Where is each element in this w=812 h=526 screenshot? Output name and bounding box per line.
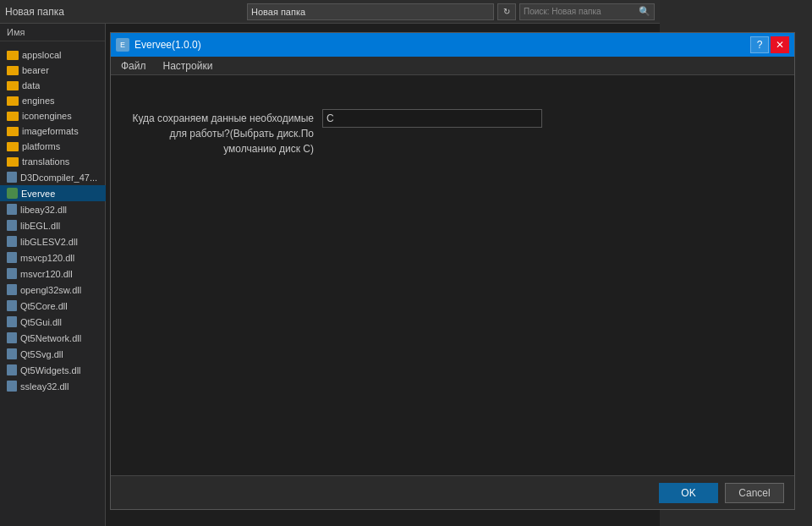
folder-icon: [7, 112, 19, 121]
sidebar-item-label: ssleay32.dll: [20, 381, 69, 392]
file-icon: [7, 252, 17, 263]
sidebar-item-label: Qt5Gui.dll: [20, 317, 62, 327]
sidebar-item-label: data: [22, 80, 40, 90]
sidebar-item-label: translations: [22, 156, 69, 167]
dialog-title-left: E Evervee(1.0.0): [116, 38, 201, 52]
sidebar-item-libEGL-dll[interactable]: libEGL.dll: [0, 217, 106, 233]
sidebar-column-header: Имя: [0, 24, 105, 41]
file-icon: [7, 268, 17, 279]
dialog-menubar: Файл Настройки: [111, 57, 794, 75]
dialog-footer: OK Cancel: [111, 475, 794, 509]
file-icon: [7, 348, 17, 359]
sidebar-item-Qt5Core-dll[interactable]: Qt5Core.dll: [0, 298, 106, 314]
sidebar-item-engines[interactable]: engines: [0, 93, 106, 108]
dialog-titlebar: E Evervee(1.0.0) ? ✕: [111, 33, 794, 57]
cancel-button[interactable]: Cancel: [725, 483, 784, 503]
sidebar-item-libeay32-dll[interactable]: libeay32.dll: [0, 201, 106, 217]
sidebar-item-translations[interactable]: translations: [0, 154, 106, 169]
sidebar-item-msvcr120-dll[interactable]: msvcr120.dll: [0, 266, 106, 282]
sidebar-item-label: Evervee: [21, 189, 55, 199]
folder-icon: [7, 81, 19, 90]
sidebar-item-iconengines[interactable]: iconengines: [0, 108, 106, 123]
sidebar-item-data[interactable]: data: [0, 78, 106, 93]
dialog-app-icon: E: [116, 38, 129, 52]
file-icon: [7, 300, 17, 311]
sidebar-item-label: imageformats: [22, 126, 79, 136]
address-bar[interactable]: Новая папка: [247, 3, 494, 20]
file-icon: [7, 204, 17, 215]
sidebar-item-label: msvcr120.dll: [20, 269, 73, 279]
sidebar-item-label: Qt5Core.dll: [20, 301, 68, 311]
sidebar-item-Evervee[interactable]: Evervee: [0, 185, 106, 201]
sidebar-item-Qt5Gui-dll[interactable]: Qt5Gui.dll: [0, 314, 106, 330]
search-bar[interactable]: Поиск: Новая папка 🔍: [519, 3, 655, 20]
dialog-title-buttons: ? ✕: [750, 36, 789, 53]
sidebar-item-D3Dcompiler-47---[interactable]: D3Dcompiler_47...: [0, 169, 106, 185]
file-icon: [7, 172, 17, 183]
sidebar-item-label: appslocal: [22, 50, 61, 60]
menu-file[interactable]: Файл: [118, 58, 150, 74]
folder-icon: [7, 66, 19, 75]
file-icon: [7, 381, 17, 392]
sidebar-item-label: Qt5Network.dll: [20, 333, 81, 343]
sidebar-item-imageformats[interactable]: imageformats: [0, 123, 106, 139]
file-icon: [7, 284, 17, 295]
dialog-input[interactable]: C: [322, 109, 542, 128]
help-button[interactable]: ?: [750, 36, 769, 53]
sidebar-item-libGLESV2-dll[interactable]: libGLESV2.dll: [0, 233, 106, 249]
file-icon: [7, 364, 17, 375]
file-icon: [7, 220, 17, 231]
menu-settings[interactable]: Настройки: [160, 58, 217, 74]
ok-button[interactable]: OK: [659, 483, 718, 503]
address-text: Новая папка: [251, 7, 305, 17]
search-icon: 🔍: [639, 6, 650, 17]
sidebar-item-opengl32sw-dll[interactable]: opengl32sw.dll: [0, 282, 106, 298]
close-button[interactable]: ✕: [771, 36, 789, 53]
sidebar-item-label: bearer: [22, 65, 49, 75]
file-icon: [7, 332, 17, 343]
sidebar-item-label: D3Dcompiler_47...: [20, 173, 97, 183]
sidebar-item-label: opengl32sw.dll: [20, 285, 81, 295]
sidebar-item-label: libGLESV2.dll: [20, 237, 78, 247]
folder-icon: [7, 157, 19, 167]
sidebar-item-Qt5Network-dll[interactable]: Qt5Network.dll: [0, 330, 106, 346]
sidebar-item-ssleay32-dll[interactable]: ssleay32.dll: [0, 378, 106, 394]
sidebar-item-label: Qt5Widgets.dll: [20, 365, 81, 375]
folder-icon: [7, 142, 19, 151]
sidebar-item-label: engines: [22, 96, 55, 106]
dialog-content: Куда сохраняем данные необходимые для ра…: [111, 75, 794, 475]
sidebar-item-appslocal[interactable]: appslocal: [0, 47, 106, 63]
folder-icon: [7, 51, 19, 60]
folder-icon: [7, 96, 19, 106]
refresh-btn[interactable]: ↻: [497, 3, 516, 20]
sidebar-item-platforms[interactable]: platforms: [0, 139, 106, 154]
sidebar-item-label: Qt5Svg.dll: [20, 349, 63, 359]
folder-icon: [7, 127, 19, 136]
sidebar-item-Qt5Widgets-dll[interactable]: Qt5Widgets.dll: [0, 362, 106, 378]
sidebar-item-label: platforms: [22, 141, 60, 151]
dialog-title: Evervee(1.0.0): [134, 39, 201, 51]
dialog-label: Куда сохраняем данные необходимые для ра…: [128, 109, 314, 156]
file-icon: [7, 236, 17, 247]
input-value: C: [326, 112, 334, 124]
sidebar-item-label: iconengines: [22, 111, 72, 121]
dialog-window: E Evervee(1.0.0) ? ✕ Файл Настройки Куда…: [110, 32, 795, 510]
sidebar-item-bearer[interactable]: bearer: [0, 63, 106, 78]
file-icon: [7, 316, 17, 327]
sidebar-item-label: msvcp120.dll: [20, 253, 74, 263]
explorer-topbar: Новая папка Новая папка ↻ Поиск: Новая п…: [0, 0, 660, 24]
explorer-title: Новая папка: [5, 6, 244, 18]
sidebar-item-label: libEGL.dll: [20, 221, 60, 231]
sidebar-item-label: libeay32.dll: [20, 205, 67, 215]
sidebar-item-Qt5Svg-dll[interactable]: Qt5Svg.dll: [0, 346, 106, 362]
file-icon: [7, 188, 18, 199]
sidebar-item-msvcp120-dll[interactable]: msvcp120.dll: [0, 249, 106, 266]
search-text: Поиск: Новая папка: [524, 7, 601, 16]
